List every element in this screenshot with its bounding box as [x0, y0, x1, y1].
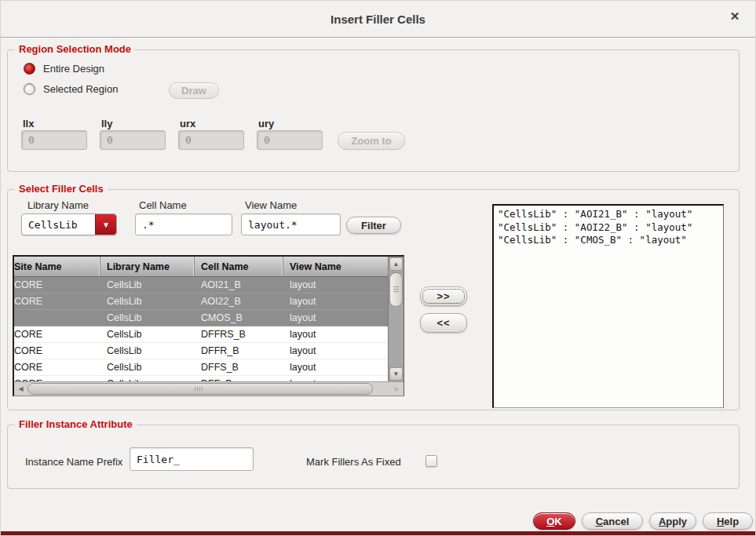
- cell-cell[interactable]: AOI22_B: [195, 294, 283, 309]
- cell-view[interactable]: layout: [283, 326, 388, 342]
- table-row[interactable]: CellsLib CMOS_B layout: [14, 310, 388, 326]
- radio-entire-design[interactable]: Entire Design: [24, 63, 104, 75]
- filter-button[interactable]: Filter: [346, 217, 401, 234]
- cell-site[interactable]: [14, 310, 100, 326]
- library-name-value: CellsLib: [22, 214, 95, 235]
- ury-label: ury: [258, 118, 274, 129]
- header-cell-name[interactable]: Cell Name: [195, 257, 283, 276]
- cell-site[interactable]: CORE: [14, 326, 100, 342]
- radio-selected-region[interactable]: Selected Region: [24, 83, 118, 95]
- table-row[interactable]: CORE CellsLib AOI22_B layout: [14, 294, 388, 310]
- cell-name-label: Cell Name: [139, 199, 187, 211]
- cell-library[interactable]: CellsLib: [100, 294, 195, 309]
- table-header-row: Site Name Library Name Cell Name View Na…: [14, 257, 388, 277]
- header-library-name[interactable]: Library Name: [100, 257, 195, 276]
- cell-site[interactable]: CORE: [14, 376, 100, 381]
- dialog-title: Insert Filler Cells: [1, 1, 755, 37]
- cell-site[interactable]: CORE: [14, 343, 100, 359]
- zoom-to-button[interactable]: Zoom to: [338, 132, 405, 150]
- scroll-left-icon[interactable]: ◀: [15, 383, 27, 395]
- instance-name-prefix-label: Instance Name Prefix: [25, 456, 122, 468]
- filler-table-body: CORE CellsLib AOI21_B layout CORE CellsL…: [14, 277, 388, 381]
- cell-cell[interactable]: CMOS_B: [195, 310, 283, 326]
- cell-view[interactable]: layout: [283, 376, 388, 381]
- cell-cell[interactable]: DFFRS_B: [195, 326, 283, 342]
- mark-fillers-as-fixed-label: Mark Fillers As Fixed: [306, 456, 401, 468]
- chevron-down-icon[interactable]: ▼: [95, 214, 116, 235]
- table-viewport: Site Name Library Name Cell Name View Na…: [14, 257, 388, 381]
- cell-library[interactable]: CellsLib: [100, 376, 195, 381]
- lly-label: lly: [101, 118, 112, 129]
- cell-site[interactable]: CORE: [14, 359, 100, 375]
- urx-input[interactable]: 0: [178, 130, 244, 150]
- filler-instance-attribute-title: Filler Instance Attribute: [15, 418, 137, 430]
- filler-cells-table: Site Name Library Name Cell Name View Na…: [13, 255, 404, 396]
- mark-fixed-checkbox[interactable]: [425, 455, 437, 467]
- library-name-label: Library Name: [27, 199, 89, 211]
- table-row[interactable]: CORE CellsLib DFFS_B layout: [14, 359, 388, 376]
- cell-view[interactable]: layout: [283, 359, 388, 375]
- close-icon[interactable]: ✕: [727, 9, 743, 24]
- titlebar: Insert Filler Cells ✕: [1, 1, 755, 37]
- table-row[interactable]: CORE CellsLib DFF_B layout: [14, 376, 388, 381]
- horizontal-scrollbar-thumb[interactable]: [27, 383, 373, 395]
- horizontal-scrollbar[interactable]: ◀ ▶: [14, 381, 404, 396]
- draw-button[interactable]: Draw: [169, 82, 219, 99]
- instance-name-prefix-input[interactable]: Filler_: [130, 447, 254, 471]
- cell-cell[interactable]: AOI21_B: [195, 277, 283, 293]
- cell-cell[interactable]: DFF_B: [195, 376, 283, 381]
- scroll-right-icon[interactable]: ▶: [391, 383, 403, 395]
- scroll-up-icon[interactable]: ▲: [389, 257, 403, 271]
- region-selection-title: Region Selection Mode: [15, 43, 135, 55]
- bottom-accent-bar: [1, 531, 755, 535]
- radio-entire-design-label: Entire Design: [43, 63, 104, 75]
- radio-icon[interactable]: [24, 63, 35, 75]
- cell-library[interactable]: CellsLib: [100, 326, 195, 342]
- cell-view[interactable]: layout: [283, 343, 388, 359]
- lly-input[interactable]: 0: [100, 130, 166, 150]
- llx-input[interactable]: 0: [21, 130, 87, 150]
- help-button[interactable]: Help: [703, 512, 753, 530]
- cell-library[interactable]: CellsLib: [100, 359, 195, 375]
- region-selection-group: Region Selection Mode Entire Design Sele…: [7, 49, 740, 172]
- cell-library[interactable]: CellsLib: [100, 310, 195, 326]
- header-site-name[interactable]: Site Name: [14, 257, 100, 276]
- cell-view[interactable]: layout: [283, 310, 388, 326]
- cell-library[interactable]: CellsLib: [100, 343, 195, 359]
- vertical-scrollbar[interactable]: ▲ ▼: [388, 257, 404, 381]
- llx-label: llx: [23, 118, 34, 129]
- cell-view[interactable]: layout: [283, 294, 388, 309]
- view-name-label: View Name: [245, 199, 297, 211]
- remove-selected-button[interactable]: <<: [420, 313, 467, 333]
- table-row[interactable]: CORE CellsLib DFFR_B layout: [14, 343, 388, 359]
- ok-button[interactable]: OK: [533, 512, 575, 530]
- cell-view[interactable]: layout: [283, 277, 388, 293]
- cell-cell[interactable]: DFFR_B: [195, 343, 283, 359]
- cell-library[interactable]: CellsLib: [100, 277, 195, 293]
- table-row[interactable]: CORE CellsLib DFFRS_B layout: [14, 326, 388, 343]
- cell-name-input[interactable]: .*: [135, 213, 232, 235]
- radio-selected-region-label: Selected Region: [43, 83, 118, 95]
- table-row[interactable]: CORE CellsLib AOI21_B layout: [14, 277, 388, 294]
- selected-cells-list: "CellsLib" : "AOI21_B" : "layout" "Cells…: [498, 208, 719, 247]
- select-filler-cells-title: Select Filler Cells: [15, 183, 108, 195]
- add-selected-button[interactable]: >>: [420, 286, 467, 306]
- cancel-button[interactable]: Cancel: [582, 512, 643, 530]
- selected-cells-panel[interactable]: "CellsLib" : "AOI21_B" : "layout" "Cells…: [492, 204, 724, 408]
- ury-input[interactable]: 0: [257, 130, 323, 150]
- select-filler-cells-group: Select Filler Cells Library Name Cell Na…: [7, 189, 740, 410]
- library-name-combo[interactable]: CellsLib ▼: [21, 213, 117, 235]
- view-name-input[interactable]: layout.*: [241, 213, 341, 235]
- vertical-scrollbar-thumb[interactable]: [389, 272, 403, 307]
- cell-cell[interactable]: DFFS_B: [195, 359, 283, 375]
- radio-icon[interactable]: [24, 83, 35, 95]
- filler-instance-attribute-group: Filler Instance Attribute Instance Name …: [7, 425, 740, 489]
- scroll-down-icon[interactable]: ▼: [389, 367, 403, 381]
- cell-site[interactable]: CORE: [14, 294, 100, 309]
- urx-label: urx: [180, 118, 195, 129]
- header-view-name[interactable]: View Name: [283, 257, 388, 276]
- insert-filler-cells-dialog: Insert Filler Cells ✕ Region Selection M…: [0, 0, 756, 536]
- title-divider: [1, 37, 755, 38]
- cell-site[interactable]: CORE: [14, 277, 100, 293]
- apply-button[interactable]: Apply: [649, 512, 696, 530]
